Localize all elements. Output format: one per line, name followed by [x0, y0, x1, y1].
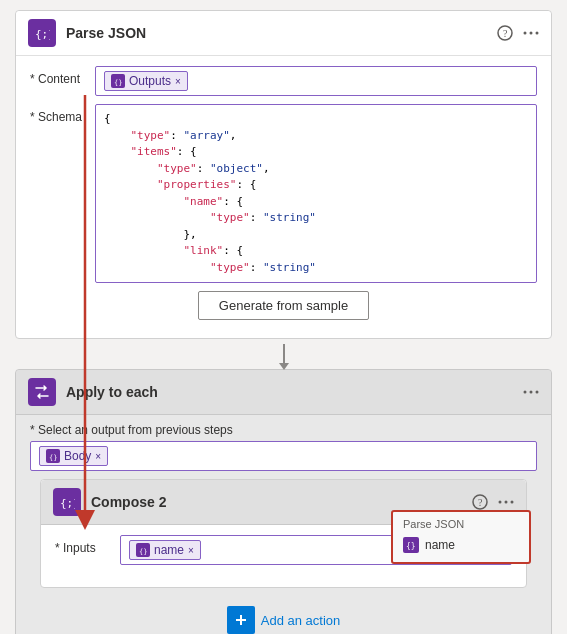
arrow-down-1: [283, 344, 285, 364]
outputs-token-close[interactable]: ×: [175, 76, 181, 87]
json-line-5: "properties": {: [104, 177, 528, 194]
content-input[interactable]: {} Outputs ×: [95, 66, 537, 96]
parse-json-body: * Content {} Outputs × * Schema {: [16, 56, 551, 338]
parse-json-actions: ?: [497, 25, 539, 41]
body-token-input[interactable]: {} Body ×: [30, 441, 537, 471]
popup-item-name[interactable]: {} name: [403, 534, 519, 556]
popup-item-text: name: [425, 538, 455, 552]
compose-2-title: Compose 2: [91, 494, 472, 510]
json-line-9: "link": {: [104, 243, 528, 260]
json-line-3: "items": {: [104, 144, 528, 161]
apply-body: * Select an output from previous steps {…: [16, 415, 551, 634]
parse-json-header: {;} Parse JSON ?: [16, 11, 551, 56]
apply-more-button[interactable]: [523, 384, 539, 400]
svg-point-3: [524, 32, 527, 35]
svg-point-4: [530, 32, 533, 35]
svg-text:{}: {}: [406, 542, 416, 550]
content-row: * Content {} Outputs ×: [30, 66, 537, 96]
name-token: {} name ×: [129, 540, 201, 560]
svg-point-16: [511, 501, 514, 504]
apply-more-icon: [523, 384, 539, 400]
svg-point-5: [536, 32, 539, 35]
generate-from-sample-button[interactable]: Generate from sample: [198, 291, 369, 320]
schema-row: * Schema { "type": "array", "items": { "…: [30, 104, 537, 283]
json-line-1: {: [104, 111, 528, 128]
body-token-label: Body: [64, 449, 91, 463]
outputs-token-label: Outputs: [129, 74, 171, 88]
svg-point-9: [536, 391, 539, 394]
select-output-label: * Select an output from previous steps: [30, 423, 537, 437]
add-action-button[interactable]: Add an action: [227, 606, 341, 634]
add-action-row: Add an action: [30, 596, 537, 634]
json-line-8: },: [104, 227, 528, 244]
add-action-label: Add an action: [261, 613, 341, 628]
json-line-7: "type": "string": [104, 210, 528, 227]
more-button[interactable]: [523, 25, 539, 41]
popup-title: Parse JSON: [403, 518, 519, 530]
json-line-4: "type": "object",: [104, 161, 528, 178]
apply-to-each-title: Apply to each: [66, 384, 523, 400]
svg-point-8: [530, 391, 533, 394]
svg-text:?: ?: [503, 28, 508, 39]
compose-more-icon: [498, 494, 514, 510]
parse-json-title: Parse JSON: [66, 25, 497, 41]
plus-icon: [234, 613, 248, 627]
main-container: {;} Parse JSON ?: [0, 0, 567, 634]
repeat-icon: [34, 384, 50, 400]
compose-more-button[interactable]: [498, 494, 514, 510]
more-icon: [523, 25, 539, 41]
json-line-2: "type": "array",: [104, 128, 528, 145]
parse-json-icon: {;}: [28, 19, 56, 47]
name-token-close[interactable]: ×: [188, 545, 194, 556]
svg-text:{;}: {;}: [35, 28, 50, 41]
arrow-connector-1: [15, 339, 552, 369]
svg-text:{}: {}: [49, 453, 58, 461]
code-icon: {;}: [34, 25, 50, 41]
apply-to-each-actions: [523, 384, 539, 400]
compose-help-button[interactable]: ?: [472, 494, 488, 510]
compose-help-icon: ?: [472, 494, 488, 510]
compose-2-actions: ?: [472, 494, 514, 510]
content-label: * Content: [30, 66, 95, 86]
schema-label: * Schema: [30, 104, 95, 124]
name-token-icon: {}: [136, 543, 150, 557]
name-token-label: name: [154, 543, 184, 557]
popup-item-icon: {}: [403, 537, 419, 553]
compose-2-icon: {;}: [53, 488, 81, 516]
svg-text:{}: {}: [114, 78, 123, 86]
svg-point-14: [499, 501, 502, 504]
svg-text:{}: {}: [139, 547, 148, 555]
body-token: {} Body ×: [39, 446, 108, 466]
json-line-6: "name": {: [104, 194, 528, 211]
inputs-label: * Inputs: [55, 535, 120, 555]
help-icon: ?: [497, 25, 513, 41]
svg-point-7: [524, 391, 527, 394]
parse-json-popup: Parse JSON {} name: [391, 510, 531, 564]
add-action-icon: [227, 606, 255, 634]
json-line-10: "type": "string": [104, 260, 528, 277]
svg-text:{;}: {;}: [60, 497, 75, 510]
schema-editor[interactable]: { "type": "array", "items": { "type": "o…: [95, 104, 537, 283]
apply-to-each-card: Apply to each * Select an output from pr…: [15, 369, 552, 634]
svg-text:?: ?: [478, 497, 483, 508]
compose-2-card: {;} Compose 2 ?: [40, 479, 527, 588]
outputs-token: {} Outputs ×: [104, 71, 188, 91]
parse-json-card: {;} Parse JSON ?: [15, 10, 552, 339]
help-button[interactable]: ?: [497, 25, 513, 41]
body-token-icon: {}: [46, 449, 60, 463]
compose-code-icon: {;}: [59, 494, 75, 510]
apply-to-each-header: Apply to each: [16, 370, 551, 415]
apply-to-each-icon: [28, 378, 56, 406]
svg-point-15: [505, 501, 508, 504]
token-icon: {}: [111, 74, 125, 88]
body-token-close[interactable]: ×: [95, 451, 101, 462]
